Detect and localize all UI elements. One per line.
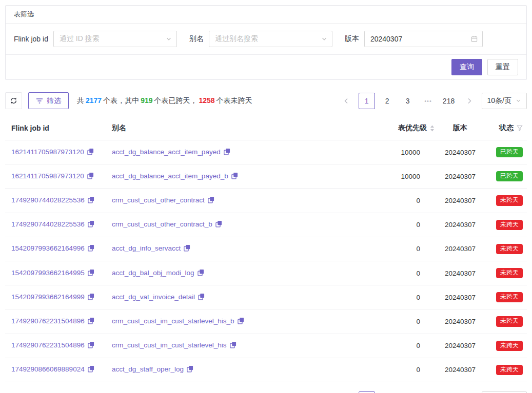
reset-button[interactable]: 重置	[487, 59, 518, 75]
flink-job-id-link[interactable]: 1749290866069889024	[11, 365, 85, 373]
flink-job-id-link[interactable]: 1749290762231504896	[11, 341, 85, 349]
refresh-button[interactable]	[5, 92, 22, 109]
alias-link[interactable]: acct_dg_vat_invoice_detail	[112, 293, 195, 301]
version-cell: 20240307	[436, 358, 483, 382]
copy-icon[interactable]	[88, 269, 94, 278]
copy-icon[interactable]	[88, 293, 94, 302]
table-toolbar: 筛选 共2177个表，其中919个表已跨天，1258个表未跨天 123•••21…	[5, 92, 527, 109]
flink-job-id-link[interactable]: 1542097993662164999	[11, 293, 85, 301]
flink-job-id-link[interactable]: 1749290762231504896	[11, 317, 85, 325]
alias-link[interactable]: crm_cust_cust_other_contract	[112, 196, 205, 204]
priority-cell: 0	[392, 309, 436, 334]
filter-toggle-label: 筛选	[47, 96, 61, 106]
query-button[interactable]: 查询	[451, 59, 482, 75]
page-size-select[interactable]: 10条/页	[482, 93, 527, 109]
table-row: 1749290762231504896crm_cust_cust_im_cust…	[5, 334, 527, 358]
alias-link[interactable]: acct_dg_info_servacct	[112, 244, 181, 252]
copy-icon[interactable]	[215, 220, 222, 229]
copy-icon[interactable]	[88, 196, 94, 205]
table-header-row: Flink job id 别名 表优先级 版本 状态	[5, 116, 527, 140]
copy-icon[interactable]	[88, 317, 94, 326]
header-flink-job-id: Flink job id	[5, 116, 106, 140]
header-priority[interactable]: 表优先级	[392, 116, 436, 140]
filter-card-footer: 查询 重置	[6, 55, 526, 79]
alias-link[interactable]: acct_dg_staff_oper_log	[112, 365, 184, 373]
version-cell: 20240307	[436, 309, 483, 334]
flink-job-id-link[interactable]: 1542097993662164995	[11, 269, 85, 277]
copy-icon[interactable]	[88, 365, 94, 374]
job-id-select[interactable]: 通过 ID 搜索	[53, 31, 177, 47]
tables-table: Flink job id 别名 表优先级 版本 状态	[5, 116, 527, 382]
filter-toggle-button[interactable]: 筛选	[28, 92, 69, 109]
pagination-ellipsis[interactable]: •••	[420, 93, 437, 109]
table-row: 1542097993662164996acct_dg_info_servacct…	[5, 237, 527, 261]
flink-job-id-link[interactable]: 1621411705987973120	[11, 148, 84, 156]
status-badge: 未跨天	[496, 316, 523, 326]
flink-job-id-link[interactable]: 1621411705987973120	[11, 172, 84, 180]
copy-icon[interactable]	[231, 172, 238, 181]
page-button-2[interactable]: 2	[379, 93, 396, 109]
uncrossed-count: 1258	[199, 96, 215, 105]
alias-link[interactable]: acct_dg_balance_acct_item_payed	[112, 148, 221, 156]
status-badge: 未跨天	[496, 341, 523, 351]
version-date-value: 20240307	[370, 35, 402, 43]
alias-link[interactable]: acct_dg_balance_acct_item_payed_b	[112, 172, 228, 180]
table-row: 1749290866069889024acct_dg_staff_oper_lo…	[5, 358, 527, 382]
flink-job-id-link[interactable]: 1542097993662164996	[11, 244, 85, 252]
copy-icon[interactable]	[88, 244, 94, 253]
priority-cell: 0	[392, 358, 436, 382]
table-row: 1621411705987973120acct_dg_balance_acct_…	[5, 140, 527, 164]
alias-select[interactable]: 通过别名搜索	[209, 31, 332, 47]
flink-job-id-link[interactable]: 1749290744028225536	[11, 220, 85, 228]
prev-page-icon[interactable]	[338, 93, 354, 109]
flink-job-id-link[interactable]: 1749290744028225536	[11, 196, 85, 204]
copy-icon[interactable]	[88, 220, 94, 229]
filter-card-title: 表筛选	[6, 6, 526, 24]
priority-cell: 0	[392, 261, 436, 285]
priority-cell: 0	[392, 189, 436, 213]
crossed-count: 919	[141, 96, 152, 105]
copy-icon[interactable]	[208, 196, 214, 205]
filter-funnel-icon[interactable]	[517, 125, 523, 131]
copy-icon[interactable]	[230, 341, 237, 350]
page-size-value: 10条/页	[487, 96, 511, 106]
alias-link[interactable]: crm_cust_cust_other_contract_b	[112, 220, 212, 228]
version-cell: 20240307	[436, 261, 483, 285]
priority-cell: 10000	[392, 164, 436, 189]
table-row: 1749290744028225536crm_cust_cust_other_c…	[5, 189, 527, 213]
page-button-1[interactable]: 1	[359, 93, 375, 109]
status-badge: 未跨天	[496, 365, 523, 375]
copy-icon[interactable]	[87, 172, 94, 181]
calendar-icon	[471, 36, 478, 43]
alias-link[interactable]: crm_cust_cust_im_cust_starlevel_his_b	[112, 317, 234, 325]
version-cell: 20240307	[436, 140, 483, 164]
priority-cell: 0	[392, 213, 436, 237]
version-cell: 20240307	[436, 237, 483, 261]
version-date-input[interactable]: 20240307	[364, 31, 483, 47]
page-button-last[interactable]: 218	[441, 93, 457, 109]
chevron-down-icon	[166, 36, 172, 42]
sort-carets-icon[interactable]	[430, 125, 435, 132]
copy-icon[interactable]	[187, 365, 193, 374]
copy-icon[interactable]	[184, 244, 190, 253]
version-cell: 20240307	[436, 164, 483, 189]
copy-icon[interactable]	[198, 293, 205, 302]
copy-icon[interactable]	[224, 148, 230, 157]
table-row: 1749290762231504896crm_cust_cust_im_cust…	[5, 309, 527, 334]
status-badge: 未跨天	[496, 292, 523, 302]
job-id-placeholder: 通过 ID 搜索	[60, 34, 100, 44]
copy-icon[interactable]	[198, 269, 204, 278]
alias-link[interactable]: acct_dg_bal_obj_modi_log	[112, 269, 194, 277]
total-count: 2177	[86, 96, 102, 105]
filter-lines-icon	[36, 98, 43, 104]
copy-icon[interactable]	[238, 317, 244, 326]
copy-icon[interactable]	[88, 341, 94, 350]
status-badge: 未跨天	[496, 195, 523, 205]
next-page-icon[interactable]	[461, 93, 478, 109]
page-button-3[interactable]: 3	[400, 93, 416, 109]
alias-link[interactable]: crm_cust_cust_im_cust_starlevel_his	[112, 341, 227, 349]
version-cell: 20240307	[436, 213, 483, 237]
status-badge: 已跨天	[496, 171, 523, 181]
filter-card: 表筛选 Flink job id 通过 ID 搜索 别名 通过别名搜索 版本 2…	[5, 5, 527, 80]
copy-icon[interactable]	[87, 148, 94, 157]
